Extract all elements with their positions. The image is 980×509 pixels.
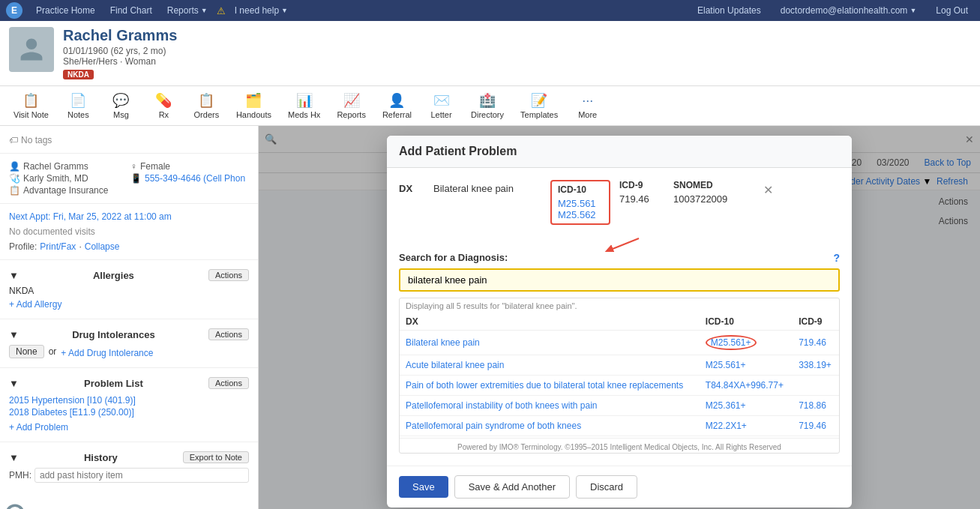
doctor-info: 🩺 Karly Smith, MD	[9, 173, 127, 184]
patient-dob: 01/01/1960 (62 yrs, 2 mo)	[63, 46, 971, 56]
table-row: Patellofemoral instability of both knees…	[400, 395, 839, 415]
patient-name: Rachel Gramms	[63, 27, 971, 44]
result-icd9-1: 719.46	[793, 330, 839, 355]
patient-info-icon: 👤	[9, 161, 20, 172]
visit-note-icon: 📋	[22, 92, 39, 109]
discard-button[interactable]: Discard	[576, 475, 637, 499]
drug-intolerances-header[interactable]: ▼ Drug Intolerances Actions	[0, 324, 258, 343]
table-row: Pain of both lower extremities due to bi…	[400, 375, 839, 395]
problem-list-header[interactable]: ▼ Problem List Actions	[0, 373, 258, 392]
main-layout: 🏷 No tags 👤 Rachel Gramms ♀ Female 🩺 Kar…	[0, 126, 980, 509]
toolbar-meds-hx[interactable]: 📊 Meds Hx	[280, 89, 328, 122]
add-allergy-btn[interactable]: + Add Allergy	[9, 299, 61, 310]
add-problem-btn[interactable]: + Add Problem	[9, 422, 68, 433]
table-row: Acute bilateral knee pain M25.561+ 338.1…	[400, 355, 839, 375]
result-dx-4[interactable]: Patellofemoral instability of both knees…	[406, 400, 597, 411]
search-help-btn[interactable]: ?	[833, 252, 840, 264]
result-dx-2[interactable]: Acute bilateral knee pain	[406, 360, 504, 370]
result-icd10-2: M25.561+	[700, 355, 793, 375]
pmh-input[interactable]	[34, 468, 249, 483]
elation-updates-link[interactable]: Elation Updates	[691, 4, 767, 17]
dx-close-btn[interactable]: ✕	[763, 183, 773, 197]
toolbar-more-label: More	[578, 110, 597, 119]
allergy-badge: NKDA	[63, 70, 94, 79]
add-drug-intolerance-btn[interactable]: + Add Drug Intolerance	[61, 348, 153, 358]
toolbar-orders[interactable]: 📋 Orders	[186, 89, 227, 122]
history-export-btn[interactable]: Export to Note	[183, 451, 249, 463]
history-triangle: ▼	[9, 452, 19, 463]
result-dx-3[interactable]: Pain of both lower extremities due to bi…	[406, 380, 683, 391]
toolbar-reports[interactable]: 📈 Reports	[329, 89, 373, 122]
problem-link-2[interactable]: Diabetes	[31, 407, 67, 418]
pmh-label: PMH:	[9, 470, 31, 481]
collapse-link[interactable]: Collapse	[85, 241, 120, 252]
person-icon	[18, 36, 45, 63]
result-icd9-4: 718.86	[793, 395, 839, 415]
search-label: Search for a Diagnosis: ?	[399, 252, 840, 264]
problem-item: 2018 Diabetes [E11.9 (250.00)]	[9, 407, 249, 418]
patient-info: Rachel Gramms 01/01/1960 (62 yrs, 2 mo) …	[63, 27, 971, 79]
drug-intol-row: None or + Add Drug Intolerance	[9, 345, 249, 358]
patient-header: Rachel Gramms 01/01/1960 (62 yrs, 2 mo) …	[0, 21, 980, 86]
result-icd10-1: M25.561+	[706, 335, 757, 350]
result-dx-5[interactable]: Patellofemoral pain syndrome of both kne…	[406, 421, 581, 431]
toolbar-visit-note-label: Visit Note	[13, 110, 49, 119]
phone-number[interactable]: 555-349-4646 (Cell Phon	[145, 173, 245, 184]
gender-icon: ♀	[130, 161, 137, 172]
problem-list-content: 2015 Hypertension [I10 (401.9)] 2018 Dia…	[0, 392, 258, 437]
letter-icon: ✉️	[433, 92, 450, 109]
drug-int-triangle: ▼	[9, 329, 19, 340]
toolbar-reports-label: Reports	[337, 110, 366, 119]
drug-intolerances-actions-btn[interactable]: Actions	[208, 328, 249, 340]
toolbar-referral[interactable]: 👤 Referral	[375, 89, 419, 122]
history-section-header[interactable]: ▼ History Export to Note	[0, 447, 258, 466]
dx-name: Bilateral knee pain	[433, 183, 538, 194]
allergies-triangle: ▼	[9, 270, 19, 281]
toolbar-more[interactable]: ··· More	[567, 90, 608, 122]
toolbar: 📋 Visit Note 📄 Notes 💬 Msg 💊 Rx 📋 Orders…	[0, 86, 980, 126]
toolbar-msg[interactable]: 💬 Msg	[100, 89, 142, 122]
problem-list-actions-btn[interactable]: Actions	[208, 377, 249, 389]
results-info: Displaying all 5 results for "bilateral …	[400, 298, 839, 313]
history-label: History	[84, 452, 118, 463]
print-fax-link[interactable]: Print/Fax	[40, 241, 76, 252]
save-button[interactable]: Save	[399, 476, 448, 498]
toolbar-rx-label: Rx	[159, 110, 169, 119]
logout-link[interactable]: Log Out	[930, 4, 974, 17]
insurance-icon: 📋	[9, 185, 20, 196]
top-nav-right: Elation Updates doctordemo@elationhealth…	[691, 4, 974, 17]
problem-item: 2015 Hypertension [I10 (401.9)]	[9, 395, 249, 406]
tags-area: 🏷 No tags	[0, 132, 258, 148]
nav-find-chart[interactable]: Find Chart	[104, 4, 158, 17]
diagnosis-search-input[interactable]	[399, 268, 840, 292]
toolbar-rx[interactable]: 💊 Rx	[143, 89, 184, 122]
toolbar-notes[interactable]: 📄 Notes	[58, 89, 99, 122]
patient-gender-value: Female	[140, 161, 170, 172]
toolbar-visit-note[interactable]: 📋 Visit Note	[6, 89, 56, 122]
problem-link-1[interactable]: Hypertension	[31, 395, 85, 406]
allergies-actions-btn[interactable]: Actions	[208, 269, 249, 281]
phone-icon: 📱	[130, 173, 142, 184]
save-add-another-button[interactable]: Save & Add Another	[454, 475, 570, 499]
nav-reports-dropdown[interactable]: Reports▼	[161, 4, 214, 17]
results-header: DX ICD-10 ICD-9	[400, 313, 839, 331]
toolbar-templates[interactable]: 📝 Templates	[513, 89, 565, 122]
insurance-info: 📋 Advantage Insurance	[9, 185, 249, 196]
user-email-link[interactable]: doctordemo@elationhealth.com▼	[775, 4, 923, 17]
templates-icon: 📝	[531, 92, 547, 109]
nav-practice-home[interactable]: Practice Home	[30, 4, 101, 17]
allergies-section-header[interactable]: ▼ Allergies Actions	[0, 265, 258, 284]
snomed-header: SNOMED	[673, 180, 748, 190]
toolbar-letter[interactable]: ✉️ Letter	[421, 89, 462, 122]
toolbar-handouts[interactable]: 🗂️ Handouts	[229, 89, 279, 122]
icd9-code: 719.46	[619, 193, 664, 205]
result-dx-1[interactable]: Bilateral knee pain	[406, 337, 480, 348]
next-appointment[interactable]: Next Appt: Fri, Mar 25, 2022 at 11:00 am	[0, 208, 258, 225]
patient-full-name: Rachel Gramms	[23, 161, 88, 172]
insurance-name: Advantage Insurance	[23, 185, 108, 196]
result-icd10-3: T84.84XA+996.77+	[700, 375, 793, 395]
toolbar-directory[interactable]: 🏥 Directory	[463, 89, 511, 122]
nav-i-need-help[interactable]: I need help▼	[229, 4, 294, 17]
profile-section: Profile: Print/Fax · Collapse	[0, 238, 258, 255]
more-icon: ···	[582, 93, 593, 109]
